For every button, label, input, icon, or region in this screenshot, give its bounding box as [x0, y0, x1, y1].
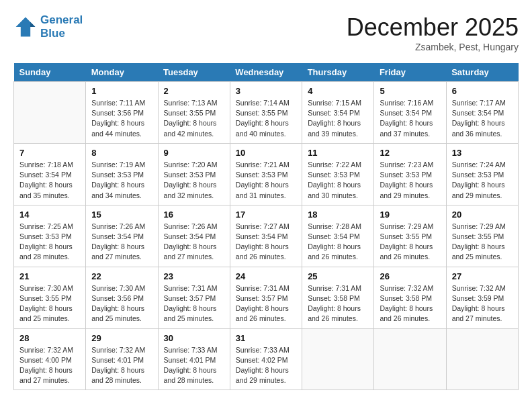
calendar-cell: 3Sunrise: 7:14 AM Sunset: 3:55 PM Daylig… — [230, 82, 302, 144]
week-row-3: 14Sunrise: 7:25 AM Sunset: 3:53 PM Dayli… — [14, 205, 519, 267]
logo: General Blue — [13, 13, 83, 40]
calendar-cell: 31Sunrise: 7:33 AM Sunset: 4:02 PM Dayli… — [230, 328, 302, 390]
calendar-cell: 5Sunrise: 7:16 AM Sunset: 3:54 PM Daylig… — [374, 82, 446, 144]
day-info: Sunrise: 7:32 AM Sunset: 3:58 PM Dayligh… — [380, 283, 440, 324]
calendar-cell: 13Sunrise: 7:24 AM Sunset: 3:53 PM Dayli… — [446, 143, 518, 205]
day-number: 22 — [91, 271, 152, 281]
calendar-cell: 23Sunrise: 7:31 AM Sunset: 3:57 PM Dayli… — [158, 267, 230, 328]
day-number: 18 — [308, 210, 368, 220]
day-info: Sunrise: 7:13 AM Sunset: 3:55 PM Dayligh… — [164, 98, 224, 139]
day-number: 31 — [236, 333, 296, 343]
day-info: Sunrise: 7:30 AM Sunset: 3:55 PM Dayligh… — [19, 283, 80, 324]
day-info: Sunrise: 7:24 AM Sunset: 3:53 PM Dayligh… — [452, 160, 513, 201]
day-number: 6 — [452, 86, 513, 96]
calendar-cell: 1Sunrise: 7:11 AM Sunset: 3:56 PM Daylig… — [86, 82, 158, 144]
day-info: Sunrise: 7:22 AM Sunset: 3:53 PM Dayligh… — [308, 160, 368, 201]
day-info: Sunrise: 7:20 AM Sunset: 3:53 PM Dayligh… — [164, 160, 224, 201]
calendar-cell: 17Sunrise: 7:27 AM Sunset: 3:54 PM Dayli… — [230, 205, 302, 267]
day-number: 11 — [308, 148, 368, 158]
calendar-cell: 4Sunrise: 7:15 AM Sunset: 3:54 PM Daylig… — [302, 82, 374, 144]
calendar-cell: 21Sunrise: 7:30 AM Sunset: 3:55 PM Dayli… — [14, 267, 86, 328]
header-saturday: Saturday — [446, 63, 518, 82]
calendar-header-row: SundayMondayTuesdayWednesdayThursdayFrid… — [14, 63, 519, 82]
calendar-cell: 6Sunrise: 7:17 AM Sunset: 3:54 PM Daylig… — [446, 82, 518, 144]
calendar-cell: 11Sunrise: 7:22 AM Sunset: 3:53 PM Dayli… — [302, 143, 374, 205]
day-info: Sunrise: 7:26 AM Sunset: 3:54 PM Dayligh… — [164, 222, 224, 263]
month-title: December 2025 — [347, 13, 519, 42]
logo-icon — [13, 15, 38, 39]
calendar-cell — [446, 328, 518, 390]
day-number: 30 — [164, 333, 224, 343]
calendar-cell: 30Sunrise: 7:33 AM Sunset: 4:01 PM Dayli… — [158, 328, 230, 390]
day-info: Sunrise: 7:30 AM Sunset: 3:56 PM Dayligh… — [91, 283, 152, 324]
day-number: 25 — [308, 271, 368, 281]
logo-text: General Blue — [40, 13, 83, 40]
calendar-table: SundayMondayTuesdayWednesdayThursdayFrid… — [13, 63, 519, 390]
calendar-cell: 16Sunrise: 7:26 AM Sunset: 3:54 PM Dayli… — [158, 205, 230, 267]
header-thursday: Thursday — [302, 63, 374, 82]
day-info: Sunrise: 7:31 AM Sunset: 3:57 PM Dayligh… — [164, 283, 224, 324]
day-number: 20 — [452, 210, 513, 220]
day-info: Sunrise: 7:21 AM Sunset: 3:53 PM Dayligh… — [236, 160, 296, 201]
day-info: Sunrise: 7:31 AM Sunset: 3:58 PM Dayligh… — [308, 283, 368, 324]
calendar-cell: 18Sunrise: 7:28 AM Sunset: 3:54 PM Dayli… — [302, 205, 374, 267]
day-info: Sunrise: 7:17 AM Sunset: 3:54 PM Dayligh… — [452, 98, 513, 139]
day-number: 1 — [91, 86, 152, 96]
svg-marker-1 — [30, 22, 35, 27]
day-number: 26 — [380, 271, 440, 281]
calendar-cell: 12Sunrise: 7:23 AM Sunset: 3:53 PM Dayli… — [374, 143, 446, 205]
day-number: 24 — [236, 271, 296, 281]
calendar-cell: 15Sunrise: 7:26 AM Sunset: 3:54 PM Dayli… — [86, 205, 158, 267]
header-wednesday: Wednesday — [230, 63, 302, 82]
day-number: 15 — [91, 210, 152, 220]
day-info: Sunrise: 7:28 AM Sunset: 3:54 PM Dayligh… — [308, 222, 368, 263]
day-number: 2 — [164, 86, 224, 96]
calendar-cell: 20Sunrise: 7:29 AM Sunset: 3:55 PM Dayli… — [446, 205, 518, 267]
header-sunday: Sunday — [14, 63, 86, 82]
day-info: Sunrise: 7:23 AM Sunset: 3:53 PM Dayligh… — [380, 160, 440, 201]
day-number: 7 — [19, 148, 80, 158]
day-info: Sunrise: 7:29 AM Sunset: 3:55 PM Dayligh… — [380, 222, 440, 263]
day-info: Sunrise: 7:25 AM Sunset: 3:53 PM Dayligh… — [19, 222, 80, 263]
day-number: 9 — [164, 148, 224, 158]
title-block: December 2025 Zsambek, Pest, Hungary — [347, 13, 519, 52]
day-number: 21 — [19, 271, 80, 281]
week-row-4: 21Sunrise: 7:30 AM Sunset: 3:55 PM Dayli… — [14, 267, 519, 328]
day-number: 10 — [236, 148, 296, 158]
day-info: Sunrise: 7:11 AM Sunset: 3:56 PM Dayligh… — [91, 98, 152, 139]
header-monday: Monday — [86, 63, 158, 82]
week-row-2: 7Sunrise: 7:18 AM Sunset: 3:54 PM Daylig… — [14, 143, 519, 205]
calendar-cell: 24Sunrise: 7:31 AM Sunset: 3:57 PM Dayli… — [230, 267, 302, 328]
calendar-cell: 14Sunrise: 7:25 AM Sunset: 3:53 PM Dayli… — [14, 205, 86, 267]
day-info: Sunrise: 7:29 AM Sunset: 3:55 PM Dayligh… — [452, 222, 513, 263]
day-info: Sunrise: 7:31 AM Sunset: 3:57 PM Dayligh… — [236, 283, 296, 324]
calendar-cell: 22Sunrise: 7:30 AM Sunset: 3:56 PM Dayli… — [86, 267, 158, 328]
header-tuesday: Tuesday — [158, 63, 230, 82]
day-number: 28 — [19, 333, 80, 343]
day-info: Sunrise: 7:32 AM Sunset: 3:59 PM Dayligh… — [452, 283, 513, 324]
day-info: Sunrise: 7:15 AM Sunset: 3:54 PM Dayligh… — [308, 98, 368, 139]
location: Zsambek, Pest, Hungary — [347, 42, 519, 52]
calendar-cell — [374, 328, 446, 390]
day-number: 13 — [452, 148, 513, 158]
day-number: 23 — [164, 271, 224, 281]
calendar-cell: 25Sunrise: 7:31 AM Sunset: 3:58 PM Dayli… — [302, 267, 374, 328]
day-info: Sunrise: 7:32 AM Sunset: 4:00 PM Dayligh… — [19, 345, 80, 386]
calendar-cell: 27Sunrise: 7:32 AM Sunset: 3:59 PM Dayli… — [446, 267, 518, 328]
calendar-cell: 7Sunrise: 7:18 AM Sunset: 3:54 PM Daylig… — [14, 143, 86, 205]
day-number: 16 — [164, 210, 224, 220]
page-header: General Blue December 2025 Zsambek, Pest… — [13, 13, 519, 52]
calendar-cell — [14, 82, 86, 144]
day-info: Sunrise: 7:18 AM Sunset: 3:54 PM Dayligh… — [19, 160, 80, 201]
day-number: 29 — [91, 333, 152, 343]
day-info: Sunrise: 7:19 AM Sunset: 3:53 PM Dayligh… — [91, 160, 152, 201]
day-info: Sunrise: 7:26 AM Sunset: 3:54 PM Dayligh… — [91, 222, 152, 263]
week-row-5: 28Sunrise: 7:32 AM Sunset: 4:00 PM Dayli… — [14, 328, 519, 390]
day-number: 4 — [308, 86, 368, 96]
week-row-1: 1Sunrise: 7:11 AM Sunset: 3:56 PM Daylig… — [14, 82, 519, 144]
day-number: 3 — [236, 86, 296, 96]
day-info: Sunrise: 7:33 AM Sunset: 4:01 PM Dayligh… — [164, 345, 224, 386]
day-number: 8 — [91, 148, 152, 158]
day-info: Sunrise: 7:14 AM Sunset: 3:55 PM Dayligh… — [236, 98, 296, 139]
calendar-cell: 29Sunrise: 7:32 AM Sunset: 4:01 PM Dayli… — [86, 328, 158, 390]
